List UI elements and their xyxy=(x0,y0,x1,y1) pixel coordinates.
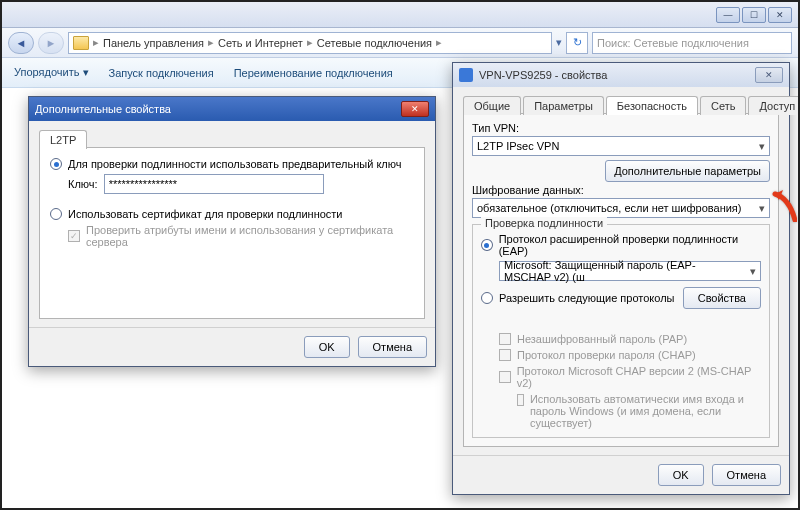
vpn-type-label: Тип VPN: xyxy=(472,122,770,134)
tab-network[interactable]: Сеть xyxy=(700,96,746,115)
breadcrumb-item[interactable]: Сеть и Интернет xyxy=(218,37,303,49)
dropdown-icon[interactable]: ▾ xyxy=(556,36,562,49)
window-titlebar: — ☐ ✕ xyxy=(2,2,798,28)
verify-cert-checkbox: ✓ xyxy=(68,230,80,242)
eap-method-select[interactable]: Microsoft: Защищенный пароль (EAP-MSCHAP… xyxy=(499,261,761,281)
search-input[interactable]: Поиск: Сетевые подключения xyxy=(592,32,792,54)
radio-allow-protocols[interactable] xyxy=(481,292,493,304)
cancel-button[interactable]: Отмена xyxy=(712,464,781,486)
pap-checkbox xyxy=(499,333,511,345)
ok-button[interactable]: OK xyxy=(304,336,350,358)
cert-radio-row[interactable]: Использовать сертификат для проверки под… xyxy=(50,208,414,220)
vpn-icon xyxy=(459,68,473,82)
encryption-select[interactable]: обязательное (отключиться, если нет шифр… xyxy=(472,198,770,218)
advanced-params-button[interactable]: Дополнительные параметры xyxy=(605,160,770,182)
dialog-close-button[interactable]: ✕ xyxy=(401,101,429,117)
back-button[interactable]: ◄ xyxy=(8,32,34,54)
pap-checkbox-row: Незашифрованный пароль (PAP) xyxy=(499,333,761,345)
radio-eap[interactable] xyxy=(481,239,493,251)
breadcrumb-item[interactable]: Панель управления xyxy=(103,37,204,49)
dialog-title: Дополнительные свойства xyxy=(35,103,401,115)
organize-menu[interactable]: Упорядочить ▾ xyxy=(14,66,89,79)
auth-group: Проверка подлинности Протокол расширенно… xyxy=(472,224,770,438)
radio-psk[interactable] xyxy=(50,158,62,170)
eap-radio-row[interactable]: Протокол расширенной проверки подлинност… xyxy=(481,233,761,257)
forward-button[interactable]: ► xyxy=(38,32,64,54)
tab-options[interactable]: Параметры xyxy=(523,96,604,115)
dialog-close-button[interactable]: ✕ xyxy=(755,67,783,83)
advanced-properties-dialog: Дополнительные свойства ✕ L2TP Для прове… xyxy=(28,96,436,367)
tab-l2tp[interactable]: L2TP xyxy=(39,130,87,149)
tab-panel: Для проверки подлинности использовать пр… xyxy=(39,147,425,319)
psk-radio-row[interactable]: Для проверки подлинности использовать пр… xyxy=(50,158,414,170)
annotation-arrow-icon xyxy=(769,188,797,229)
tab-security[interactable]: Безопасность xyxy=(606,96,698,115)
auto-cred-checkbox-row: Использовать автоматически имя входа и п… xyxy=(517,393,761,429)
minimize-button[interactable]: — xyxy=(716,7,740,23)
verify-cert-checkbox-row: ✓ Проверить атрибуты имени и использован… xyxy=(68,224,414,248)
vpn-properties-dialog: VPN-VPS9259 - свойства ✕ Общие Параметры… xyxy=(452,62,790,495)
breadcrumb-item[interactable]: Сетевые подключения xyxy=(317,37,432,49)
radio-cert[interactable] xyxy=(50,208,62,220)
address-bar: ◄ ► ▸ Панель управления ▸ Сеть и Интерне… xyxy=(2,28,798,58)
auto-cred-checkbox xyxy=(517,394,524,406)
mschap-checkbox xyxy=(499,371,511,383)
folder-icon xyxy=(73,36,89,50)
mschap-checkbox-row: Протокол Microsoft CHAP версии 2 (MS-CHA… xyxy=(499,365,761,389)
chap-checkbox xyxy=(499,349,511,361)
auth-legend: Проверка подлинности xyxy=(481,217,607,229)
close-button[interactable]: ✕ xyxy=(768,7,792,23)
refresh-button[interactable]: ↻ xyxy=(566,32,588,54)
cancel-button[interactable]: Отмена xyxy=(358,336,427,358)
ok-button[interactable]: OK xyxy=(658,464,704,486)
encryption-label: Шифрование данных: xyxy=(472,184,770,196)
dialog-title: VPN-VPS9259 - свойства xyxy=(479,69,755,81)
rename-connection-button[interactable]: Переименование подключения xyxy=(234,67,393,79)
tab-general[interactable]: Общие xyxy=(463,96,521,115)
maximize-button[interactable]: ☐ xyxy=(742,7,766,23)
chap-checkbox-row: Протокол проверки пароля (CHAP) xyxy=(499,349,761,361)
allow-protocols-radio-row[interactable]: Разрешить следующие протоколы xyxy=(481,292,675,304)
dialog-titlebar[interactable]: Дополнительные свойства ✕ xyxy=(29,97,435,121)
vpn-type-select[interactable]: L2TP IPsec VPN xyxy=(472,136,770,156)
key-input[interactable] xyxy=(104,174,324,194)
start-connection-button[interactable]: Запуск подключения xyxy=(109,67,214,79)
dialog-titlebar[interactable]: VPN-VPS9259 - свойства ✕ xyxy=(453,63,789,87)
properties-button[interactable]: Свойства xyxy=(683,287,761,309)
key-label: Ключ: xyxy=(68,178,98,190)
breadcrumb[interactable]: ▸ Панель управления ▸ Сеть и Интернет ▸ … xyxy=(68,32,552,54)
tab-access[interactable]: Доступ xyxy=(748,96,800,115)
